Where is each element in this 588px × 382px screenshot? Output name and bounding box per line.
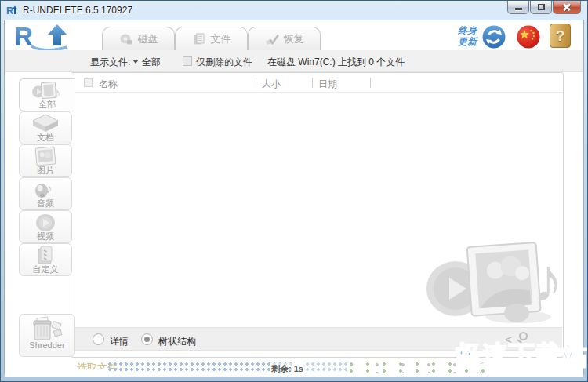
sidebar-item-documents[interactable]: 文档 bbox=[19, 111, 72, 144]
column-name[interactable]: 名称 bbox=[99, 78, 118, 91]
disk-icon bbox=[119, 33, 133, 45]
tab-files[interactable]: 文件 bbox=[175, 27, 248, 50]
time-remaining: 剩余: 1s bbox=[270, 363, 305, 375]
table-header: 名称 大小 日期 bbox=[71, 73, 563, 93]
filter-bar: 显示文件: 全部 仅删除的文件 在磁盘 Win7(C:) 上找到 0 个文件 bbox=[5, 50, 583, 72]
tab-disk-label: 磁盘 bbox=[138, 32, 158, 46]
media-watermark-graphic: ♪ bbox=[424, 240, 572, 325]
sidebar-item-label: 音频 bbox=[20, 198, 71, 209]
svg-text:♪: ♪ bbox=[45, 181, 53, 196]
shredder-icon bbox=[30, 315, 64, 344]
window-title: R-UNDELETE 6.5.170927 bbox=[23, 5, 132, 16]
app-window: R R-UNDELETE 6.5.170927 R RUNDELETE bbox=[0, 0, 588, 382]
tab-files-label: 文件 bbox=[211, 32, 231, 46]
close-button[interactable] bbox=[553, 1, 581, 14]
sidebar-item-audio[interactable]: ♪ 音频 bbox=[19, 177, 72, 210]
select-all-checkbox[interactable] bbox=[84, 78, 93, 87]
column-divider[interactable] bbox=[370, 78, 371, 88]
sidebar-item-label: Shredder bbox=[20, 340, 74, 350]
sidebar-item-custom[interactable]: 自定义 bbox=[19, 243, 72, 276]
show-files-dropdown[interactable]: 全部 bbox=[142, 56, 161, 69]
sidebar-item-shredder[interactable]: Shredder bbox=[19, 314, 75, 357]
column-divider[interactable] bbox=[256, 78, 256, 88]
maximize-icon bbox=[538, 4, 545, 10]
sidebar-item-label: 视频 bbox=[20, 231, 71, 242]
window-controls bbox=[507, 1, 581, 14]
app-icon: R bbox=[6, 4, 19, 16]
details-radio[interactable] bbox=[93, 333, 104, 345]
maximize-button[interactable] bbox=[530, 1, 552, 14]
question-icon: ? bbox=[556, 27, 565, 44]
sidebar-item-all[interactable]: ♪ 全部 bbox=[19, 78, 75, 111]
tab-disk[interactable]: 磁盘 bbox=[102, 27, 175, 50]
tab-recover-label: 恢复 bbox=[284, 32, 304, 46]
file-list-panel: 名称 大小 日期 bbox=[71, 72, 564, 358]
minimize-icon bbox=[515, 8, 522, 10]
column-size[interactable]: 大小 bbox=[262, 78, 281, 91]
title-bar[interactable]: R R-UNDELETE 6.5.170927 bbox=[1, 1, 587, 20]
deleted-only-label: 仅删除的文件 bbox=[196, 56, 252, 69]
dropdown-caret-icon[interactable] bbox=[132, 60, 139, 64]
scan-result-text: 在磁盘 Win7(C:) 上找到 0 个文件 bbox=[267, 56, 405, 69]
refresh-update-icon[interactable] bbox=[481, 24, 506, 49]
svg-text:♪: ♪ bbox=[532, 246, 563, 315]
minimize-button[interactable] bbox=[507, 1, 529, 14]
sidebar-item-video[interactable]: 视频 bbox=[19, 210, 72, 243]
sidebar-item-label: 文档 bbox=[20, 132, 71, 144]
progress-bar bbox=[108, 362, 295, 373]
column-divider[interactable] bbox=[312, 78, 313, 88]
show-files-label: 显示文件: bbox=[90, 56, 130, 69]
sidebar-item-pictures[interactable]: 图片 bbox=[19, 144, 72, 177]
recover-icon bbox=[265, 33, 279, 45]
progress-bar-light bbox=[306, 362, 347, 373]
deleted-only-checkbox[interactable] bbox=[183, 56, 192, 66]
svg-text:R: R bbox=[6, 5, 14, 16]
details-radio-label: 详情 bbox=[110, 335, 129, 348]
lifetime-update-link[interactable]: 终身 更新 bbox=[453, 25, 481, 47]
help-button[interactable]: ? bbox=[550, 24, 571, 48]
language-flag-icon[interactable] bbox=[516, 24, 541, 49]
sidebar-item-label: 自定义 bbox=[20, 264, 71, 275]
svg-text:R: R bbox=[14, 23, 33, 51]
sidebar-item-label: 图片 bbox=[20, 165, 71, 176]
tree-radio-label: 树状结构 bbox=[158, 335, 196, 348]
client-area: R RUNDELETE 磁盘 文件 bbox=[4, 20, 584, 374]
site-watermark: 极速下载站 bbox=[456, 338, 588, 373]
sidebar-item-label: 全部 bbox=[20, 99, 74, 111]
tab-recover[interactable]: 恢复 bbox=[248, 27, 321, 50]
column-date[interactable]: 日期 bbox=[318, 78, 337, 91]
file-icon bbox=[192, 33, 206, 45]
tree-radio[interactable] bbox=[141, 333, 153, 345]
